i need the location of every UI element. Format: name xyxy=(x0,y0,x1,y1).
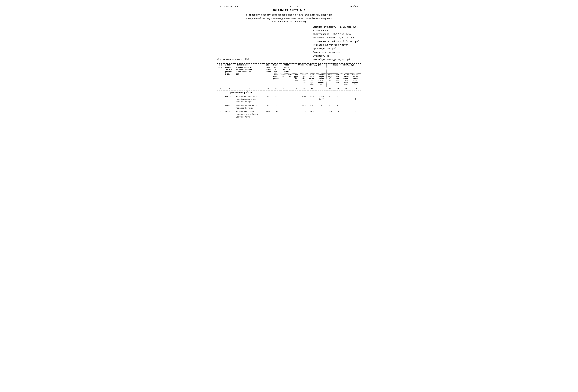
row2-s11: - xyxy=(316,104,327,110)
row3-s12: 140 xyxy=(327,110,334,119)
table-row: 1. 33-819 Установка опор же-лезобетонных… xyxy=(217,95,361,104)
row2-s8 xyxy=(293,104,300,110)
subtitle-line-1: к типовому проекту автозаправочного пунк… xyxy=(217,13,361,17)
col-num-1: 1 xyxy=(217,87,224,90)
cost-line-2: в том числе: xyxy=(313,29,361,33)
col-header-mass: Массатонны,бруттонетто xyxy=(280,63,293,74)
subtitle-line-3: для легковых автомобилей) xyxy=(217,20,361,24)
row2-s13: 8 xyxy=(334,104,342,110)
cost-line-1: Сметная стоимость - 1,61 тыс.руб. xyxy=(313,25,361,29)
page-title: ЛОКАЛЬНАЯ СМЕТА № 6 xyxy=(217,9,361,12)
col-num-4: 4 xyxy=(264,87,272,90)
cost-line-5: строительные работы - 0,64 тыс.руб. xyxy=(313,40,361,44)
row2-s10: 1,07 xyxy=(308,104,316,110)
row1-code: 33-819 xyxy=(224,95,235,104)
row3-s9: 123 xyxy=(300,110,308,119)
row1-s9: 3,79 xyxy=(300,95,308,104)
cost-line-4: монтажные работы - 0,8 тыс.руб. xyxy=(313,36,361,40)
subtitle: к типовому проекту автозаправочного пунк… xyxy=(217,13,361,24)
col-header-s10: в томчислеоснов-нойзарп-латы xyxy=(308,74,316,87)
row2-code: 33-822 xyxy=(224,104,235,110)
col-num-5: 5 xyxy=(272,87,280,90)
row3-code: 84-502 xyxy=(224,110,235,119)
row3-unit: 100м xyxy=(264,110,272,119)
row2-qty: 3 xyxy=(272,104,280,110)
cost-line-3: оборудование - 0,17 тыс.руб. xyxy=(313,33,361,36)
row1-netto xyxy=(287,95,293,104)
col-numbers-row: 1 2 3 4 5 6 7 8 9 10 11 12 13 14 15 xyxy=(217,87,361,90)
row1-qty: 3 xyxy=(272,95,280,104)
cost-line-6: Нормативная условно-чистая xyxy=(313,43,361,47)
row1-s12: 11 xyxy=(327,95,334,104)
col-header-brutto: брут-то xyxy=(280,74,287,87)
col-num-9: 9 xyxy=(300,87,308,90)
col-num-6: 6 xyxy=(280,87,287,90)
col-num-15: 15 xyxy=(350,87,361,90)
cost-line-10: 1м2 общей площади 21,16 руб xyxy=(313,58,361,62)
table-header: № №п.п. № прей-охран-тов,УСН,ценникаи др… xyxy=(217,63,361,90)
col-num-8: 8 xyxy=(293,87,300,90)
row2-num: 2. xyxy=(217,104,224,110)
row3-netto xyxy=(287,110,293,119)
subtitle-line-2: предприятий на внутриплощадочные сети эл… xyxy=(217,17,361,20)
cost-line-7: продукция тыс.руб. xyxy=(313,47,361,51)
row2-netto xyxy=(287,104,293,110)
row1-s8 xyxy=(293,95,300,104)
col-num-12: 12 xyxy=(327,87,334,90)
row3-num: 3. xyxy=(217,110,224,119)
col-header-s9: воб-щаямон-тажбот xyxy=(300,74,308,87)
row2-unit: м3 xyxy=(264,104,272,110)
col-num-13: 13 xyxy=(334,87,342,90)
row3-brutto xyxy=(280,110,287,119)
col-header-code: № прей-охран-тов,УСН,ценникаи др. xyxy=(224,63,235,87)
row1-s14 xyxy=(342,95,350,104)
row1-unit: шт xyxy=(264,95,272,104)
row1-s10: 1,68 xyxy=(308,95,316,104)
row1-s15: 61 xyxy=(350,95,361,104)
col-header-name: Наименованиеи характеристи-ка оборудован… xyxy=(235,63,264,87)
header-row-1: № №п.п. № прей-охран-тов,УСН,ценникаи др… xyxy=(217,63,361,74)
section-title-row: Строительные работы xyxy=(217,90,361,95)
col-header-netto: нет-то xyxy=(287,74,293,87)
col-header-unit: Еди-ницаизме-рения xyxy=(264,63,272,87)
col-header-total-cost: Общая стоимость, руб xyxy=(327,63,361,74)
row1-s11: 1,940,49 xyxy=(316,95,327,104)
row2-s9: 28,2 xyxy=(300,104,308,110)
col-header-s13: воб-щаямон-тажбот xyxy=(334,74,342,87)
header-center: - 74 - xyxy=(290,5,298,8)
cost-line-9: Стоимость на: xyxy=(313,54,361,58)
row3-s15: - xyxy=(350,110,361,119)
row2-s12: 85 xyxy=(327,104,334,110)
header-left: т.п. 503-6-7.86 xyxy=(217,5,238,8)
col-num-11: 11 xyxy=(316,87,327,90)
col-header-s8: обо-рудо-ва-ние xyxy=(293,74,300,87)
col-num-3: 3 xyxy=(235,87,264,90)
header-right: Альбом У xyxy=(350,5,361,8)
table-row: 3. 84-502 Устройство трубо-проводов из а… xyxy=(217,110,361,119)
table-row: 2. 33-822 Заделка пазух кот-лованов бето… xyxy=(217,104,361,110)
section-title-construction: Строительные работы xyxy=(217,90,361,95)
row1-s13: 5 xyxy=(334,95,342,104)
info-block: Составлена в ценах 1984г. Сметная стоимо… xyxy=(217,25,361,62)
cost-line-8: Показатели по смете: xyxy=(313,51,361,54)
col-header-num: № №п.п. xyxy=(217,63,224,87)
table-body: Строительные работы 1. 33-819 Установка … xyxy=(217,90,361,119)
row1-brutto xyxy=(280,95,287,104)
main-table: № №п.п. № прей-охран-тов,УСН,ценникаи др… xyxy=(217,63,361,119)
composed-date: Составлена в ценах 1984г. xyxy=(217,58,251,61)
row3-name: Устройство трубо-проводов из асбоце-мент… xyxy=(235,110,264,119)
row2-brutto xyxy=(280,104,287,110)
col-num-7: 7 xyxy=(287,87,293,90)
col-num-10: 10 xyxy=(308,87,316,90)
row3-s14 xyxy=(342,110,350,119)
col-header-qty: Коли-чест-воеди-ницизме-рения xyxy=(272,63,280,87)
cost-info: Сметная стоимость - 1,61 тыс.руб. в том … xyxy=(313,25,361,62)
row3-s11 xyxy=(316,110,327,119)
row3-qty: 1,14 xyxy=(272,110,280,119)
col-num-14: 14 xyxy=(342,87,350,90)
col-num-2: 2 xyxy=(224,87,235,90)
row3-s13: 12 xyxy=(334,110,342,119)
row1-name: Установка опор же-лезобетонных с ка-бель… xyxy=(235,95,264,104)
header: т.п. 503-6-7.86 - 74 - Альбом У xyxy=(217,5,361,8)
row3-s8 xyxy=(293,110,300,119)
